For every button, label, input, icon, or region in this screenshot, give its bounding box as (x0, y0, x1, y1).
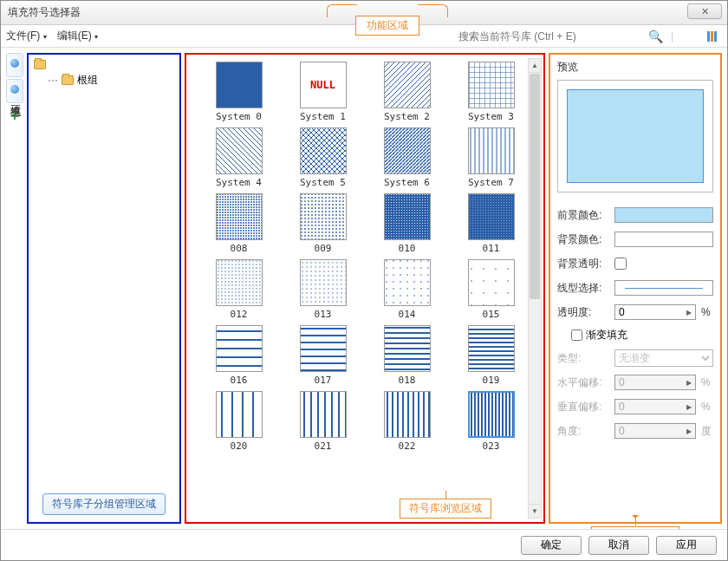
vertical-tabs: 基础填充 三维填充 + (6, 53, 23, 524)
symbol-preview (384, 193, 431, 240)
svg-rect-16 (385, 325, 430, 372)
symbol-thumb[interactable]: System 7 (452, 127, 530, 188)
line-type-picker[interactable] (614, 280, 713, 296)
symbol-preview (468, 62, 515, 108)
symbol-preview (468, 325, 515, 372)
symbol-thumb[interactable]: 011 (452, 193, 530, 254)
background-color-picker[interactable] (614, 232, 713, 247)
symbol-preview (468, 127, 515, 174)
row-gradient-type: 类型: 无渐变 (557, 348, 713, 369)
symbol-thumb[interactable]: 015 (452, 259, 530, 320)
symbol-thumb[interactable]: 020 (200, 391, 277, 452)
symbol-label: System 1 (300, 111, 346, 122)
search-icon[interactable]: 🔍 (648, 29, 663, 43)
vtab-3d-fill[interactable]: 三维填充 (6, 79, 23, 103)
symbol-preview (468, 193, 515, 240)
symbol-thumb[interactable]: 022 (368, 391, 445, 452)
apply-button[interactable]: 应用 (656, 536, 717, 555)
symbol-preview (300, 325, 347, 372)
chevron-right-icon: ▶ (686, 379, 692, 387)
symbol-label: 016 (231, 375, 248, 386)
symbol-thumb[interactable]: 016 (200, 325, 277, 386)
callout-tree-area: 符号库子分组管理区域 (42, 493, 166, 515)
symbol-thumb[interactable]: NULLSystem 1 (284, 62, 361, 122)
scroll-thumb[interactable] (530, 74, 540, 299)
symbol-thumb[interactable]: System 2 (368, 62, 445, 122)
tree-item-root-group[interactable]: ⋯ 根组 (32, 71, 176, 89)
symbol-preview (384, 391, 431, 438)
symbol-thumb[interactable]: 010 (368, 193, 445, 254)
search-input[interactable] (458, 28, 675, 45)
symbol-label: 020 (231, 440, 248, 452)
row-h-offset: 水平偏移: 0▶ % (557, 372, 713, 393)
foreground-color-picker[interactable] (614, 207, 713, 223)
symbol-thumb[interactable]: 017 (284, 325, 361, 386)
symbol-label: System 0 (216, 111, 262, 122)
menu-edit[interactable]: 编辑(E) ▾ (57, 29, 98, 43)
symbol-preview (300, 391, 347, 438)
symbol-thumb[interactable]: 008 (200, 193, 277, 254)
symbol-label: 018 (399, 375, 416, 386)
symbol-preview (216, 193, 263, 240)
sphere-icon (10, 85, 19, 94)
svg-rect-19 (301, 391, 346, 438)
layout-config-icon[interactable] (707, 31, 717, 42)
symbol-thumb[interactable]: System 4 (200, 127, 277, 188)
svg-rect-21 (470, 391, 513, 438)
svg-rect-18 (217, 391, 262, 438)
symbol-thumb[interactable]: 021 (284, 391, 361, 452)
symbol-thumb[interactable]: 019 (452, 325, 530, 386)
window-title: 填充符号选择器 (8, 5, 81, 20)
symbol-thumb[interactable]: 013 (284, 259, 361, 320)
ok-button[interactable]: 确定 (521, 536, 582, 555)
symbol-thumb[interactable]: 023 (452, 391, 530, 452)
svg-rect-3 (301, 127, 346, 174)
symbol-thumb[interactable]: System 6 (368, 127, 445, 188)
close-button[interactable]: ✕ (687, 3, 722, 19)
symbol-preview (384, 259, 431, 306)
tree-root-folder[interactable] (32, 58, 176, 71)
vtab-basic-fill[interactable]: 基础填充 (6, 53, 23, 77)
browse-panel: System 0NULLSystem 1System 2System 3Syst… (185, 53, 545, 524)
symbol-thumb[interactable]: 009 (284, 193, 361, 254)
gradient-checkbox[interactable] (571, 329, 582, 341)
svg-rect-13 (469, 259, 514, 306)
symbol-preview (300, 127, 347, 174)
add-tab-button[interactable]: + (6, 108, 23, 124)
symbol-thumb[interactable]: 012 (200, 259, 277, 320)
scroll-down-icon[interactable]: ▼ (529, 504, 541, 518)
symbol-label: 009 (315, 243, 332, 254)
symbol-thumb[interactable]: 014 (368, 259, 445, 320)
symbol-label: 011 (483, 243, 500, 254)
gradient-type-select: 无渐变 (614, 349, 713, 367)
cancel-button[interactable]: 取消 (588, 536, 649, 555)
folder-icon (62, 75, 74, 85)
scrollbar[interactable]: ▲ ▼ (528, 58, 542, 519)
symbol-label: 012 (231, 309, 248, 320)
preview-title: 预览 (557, 60, 713, 75)
symbol-thumb[interactable]: System 3 (452, 62, 530, 122)
symbol-label: System 4 (216, 177, 262, 188)
symbol-preview (384, 127, 431, 174)
callout-browse-area: 符号库浏览区域 (400, 499, 491, 519)
menu-file[interactable]: 文件(F) ▾ (6, 29, 47, 43)
symbol-label: 010 (399, 243, 416, 254)
toolbar-divider: | (671, 30, 673, 42)
symbol-thumb[interactable]: System 5 (284, 127, 361, 188)
scroll-up-icon[interactable]: ▲ (529, 59, 541, 73)
symbol-thumb[interactable]: 018 (368, 325, 445, 386)
row-angle: 角度: 0▶ 度 (557, 421, 713, 441)
symbol-label: 015 (483, 309, 500, 320)
symbol-label: System 2 (384, 111, 430, 122)
symbol-thumb[interactable]: System 0 (200, 62, 277, 122)
v-offset-input: 0▶ (614, 399, 696, 414)
opacity-input[interactable]: 0▶ (614, 304, 696, 320)
svg-rect-17 (469, 325, 514, 372)
preview-box (557, 80, 713, 192)
h-offset-input: 0▶ (614, 375, 696, 390)
bg-transparent-checkbox[interactable] (614, 258, 627, 270)
symbol-preview (384, 325, 431, 372)
svg-rect-8 (385, 193, 430, 240)
svg-rect-2 (217, 127, 262, 174)
callout-function-area: 功能区域 (355, 16, 419, 36)
